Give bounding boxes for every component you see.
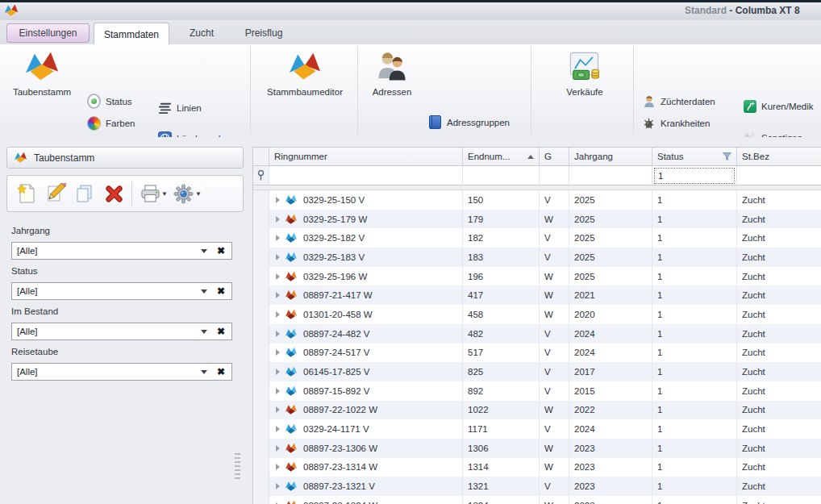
copy-record-button[interactable] — [70, 179, 99, 208]
table-row[interactable]: 0329-25-179 W 179 W 2025 1 Zucht — [253, 210, 821, 229]
ring-number: 08897-24-482 V — [303, 329, 369, 339]
chevron-down-icon[interactable]: ▼ — [195, 190, 202, 198]
expand-arrow-icon[interactable] — [276, 254, 280, 260]
cell-g: W — [540, 305, 569, 324]
filter-cell-ringnummer[interactable] — [269, 166, 463, 185]
ribbon-button-taubenstamm[interactable]: Taubenstamm — [5, 47, 79, 97]
cell-stbez: Zucht — [737, 362, 821, 381]
ribbon-button-linien[interactable]: Linien — [158, 101, 202, 115]
filter-combo-status[interactable]: [Alle] ✖ — [11, 282, 232, 300]
tab-stammdaten[interactable]: Stammdaten — [94, 23, 169, 45]
expand-arrow-icon[interactable] — [276, 369, 280, 375]
expand-arrow-icon[interactable] — [276, 216, 280, 223]
ribbon-button-stammbaumeditor[interactable]: Stammbaumeditor — [260, 47, 350, 97]
status-filter-input[interactable]: 1 — [654, 168, 735, 184]
row-indicator-cell — [253, 458, 269, 477]
table-row[interactable]: 08897-23-1324 W 1324 W 2023 1 Zucht — [253, 496, 821, 504]
table-row[interactable]: 01301-20-458 W 458 W 2020 1 Zucht — [253, 305, 821, 324]
table-row[interactable]: 08897-23-1314 W 1314 W 2023 1 Zucht — [253, 458, 821, 477]
filter-cell-jahrgang[interactable] — [569, 166, 652, 185]
tab-preisflug[interactable]: Preisflug — [235, 23, 293, 43]
column-header-ringnummer[interactable]: Ringnummer — [269, 148, 463, 166]
cell-ringnummer: 08897-24-517 V — [269, 344, 463, 363]
window-title-main: - Columba XT 8 — [729, 5, 799, 16]
delete-record-button[interactable] — [99, 179, 128, 208]
new-record-button[interactable] — [12, 179, 41, 208]
table-row[interactable]: 06145-17-825 V 825 V 2017 1 Zucht — [253, 362, 821, 381]
pigeon-icon — [285, 252, 298, 263]
table-row[interactable]: 08897-23-1321 V 1321 V 2023 1 Zucht — [253, 477, 821, 496]
chevron-down-icon[interactable] — [201, 249, 207, 253]
table-row[interactable]: 0329-24-1171 V 1171 V 2024 1 Zucht — [253, 419, 821, 439]
expand-arrow-icon[interactable] — [276, 406, 280, 413]
expand-arrow-icon[interactable] — [276, 273, 280, 280]
expand-arrow-icon[interactable] — [276, 483, 280, 489]
ribbon-button-status[interactable]: Status — [87, 94, 132, 108]
row-indicator-cell — [253, 305, 269, 324]
pigeon-icon — [285, 347, 298, 358]
expand-arrow-icon[interactable] — [276, 292, 280, 298]
cell-jahrgang: 2024 — [569, 324, 652, 344]
cell-endnummer: 150 — [463, 190, 540, 210]
ribbon-button-zuechterdaten[interactable]: Züchterdaten — [642, 94, 715, 108]
expand-arrow-icon[interactable] — [276, 388, 280, 394]
column-header-stbez[interactable]: St.Bez — [737, 148, 821, 166]
filter-cell-g[interactable] — [540, 166, 569, 185]
table-row[interactable]: 08897-24-517 V 517 V 2024 1 Zucht — [253, 344, 821, 363]
expand-arrow-icon[interactable] — [276, 464, 280, 470]
filter-cell-endnummer[interactable] — [463, 166, 540, 185]
chevron-down-icon[interactable]: ▼ — [161, 190, 168, 198]
expand-arrow-icon[interactable] — [276, 197, 280, 203]
filter-combo-reisetaube[interactable]: [Alle] ✖ — [11, 363, 232, 381]
filter-cell-stbez[interactable] — [737, 166, 821, 185]
expand-arrow-icon[interactable] — [276, 235, 280, 241]
chevron-down-icon[interactable] — [201, 370, 207, 374]
expand-arrow-icon[interactable] — [276, 426, 280, 432]
ribbon-button-verkaeufe[interactable]: Verkäufe — [550, 47, 619, 97]
edit-record-button[interactable] — [41, 179, 70, 208]
ring-number: 0329-24-1171 V — [303, 424, 369, 434]
expand-arrow-icon[interactable] — [276, 311, 280, 318]
column-header-endnummer[interactable]: Endnum... — [463, 148, 540, 166]
table-row[interactable]: 08897-21-417 W 417 W 2021 1 Zucht — [253, 285, 821, 305]
ribbon-button-adressgruppen[interactable]: Adressgruppen — [428, 115, 510, 129]
tab-einstellungen[interactable]: Einstellungen — [6, 23, 90, 43]
filter-combo-im-bestand[interactable]: [Alle] ✖ — [11, 323, 232, 340]
expand-arrow-icon[interactable] — [276, 349, 280, 356]
tab-zucht[interactable]: Zucht — [174, 23, 229, 43]
clear-filter-icon[interactable]: ✖ — [217, 326, 225, 337]
row-indicator-cell — [253, 477, 269, 496]
table-row[interactable]: 0329-25-150 V 150 V 2025 1 Zucht — [253, 190, 821, 210]
table-row[interactable]: 08897-24-482 V 482 V 2024 1 Zucht — [253, 324, 821, 344]
clear-filter-icon[interactable]: ✖ — [217, 285, 225, 297]
splitter-grip[interactable] — [235, 453, 240, 479]
ring-number: 08897-22-1022 W — [303, 405, 377, 414]
cell-ringnummer: 0329-24-1171 V — [269, 419, 463, 439]
cell-jahrgang: 2023 — [569, 439, 652, 458]
filter-cell-status[interactable]: 1 — [652, 166, 737, 185]
table-row[interactable]: 0329-25-183 V 183 V 2025 1 Zucht — [253, 248, 821, 267]
filter-funnel-icon[interactable] — [723, 152, 731, 160]
ribbon-button-krankheiten[interactable]: Krankheiten — [642, 116, 710, 130]
ribbon-button-adressen[interactable]: Adressen — [361, 47, 423, 97]
table-row[interactable]: 0329-25-182 V 182 V 2025 1 Zucht — [253, 228, 821, 248]
column-header-g[interactable]: G — [540, 148, 569, 166]
column-header-status[interactable]: Status — [652, 148, 737, 166]
table-row[interactable]: 08897-15-892 V 892 V 2015 1 Zucht — [253, 381, 821, 401]
chevron-down-icon[interactable] — [201, 289, 207, 294]
cell-status: 1 — [652, 228, 737, 248]
table-row[interactable]: 08897-22-1022 W 1022 W 2022 1 Zucht — [253, 401, 821, 420]
table-row[interactable]: 0329-25-196 W 196 W 2025 1 Zucht — [253, 267, 821, 286]
ribbon-button-farben[interactable]: Farben — [87, 116, 135, 130]
clear-filter-icon[interactable]: ✖ — [217, 245, 225, 256]
print-button[interactable] — [135, 179, 165, 208]
ribbon-button-kuren-medik[interactable]: Kuren/Medik — [743, 99, 814, 113]
column-header-jahrgang[interactable]: Jahrgang — [569, 148, 652, 166]
filter-combo-jahrgang[interactable]: [Alle] ✖ — [11, 242, 232, 260]
table-row[interactable]: 08897-23-1306 W 1306 W 2023 1 Zucht — [253, 439, 821, 458]
settings-button[interactable] — [169, 179, 198, 208]
expand-arrow-icon[interactable] — [276, 331, 280, 337]
expand-arrow-icon[interactable] — [276, 445, 280, 452]
clear-filter-icon[interactable]: ✖ — [217, 366, 225, 377]
chevron-down-icon[interactable] — [201, 330, 207, 334]
